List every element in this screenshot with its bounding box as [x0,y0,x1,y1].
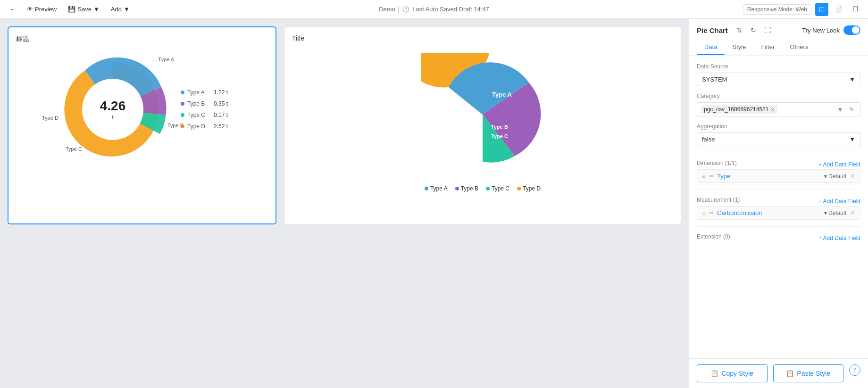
pie-legend-dot-typeC [486,187,490,190]
aggregation-field: Aggregation false ▼ [697,123,860,146]
image-icon-btn[interactable]: ⛶ [762,25,773,36]
responsive-mode-label[interactable]: Responsive Mode: Web [743,4,811,15]
add-label: Add [111,6,122,13]
legend-value-typeA: 1.22 t [214,89,228,96]
divider-3 [697,226,860,227]
data-source-label: Data Source [697,63,860,70]
aggregation-select[interactable]: false ▼ [697,132,860,146]
pie-svg [421,53,544,176]
pie-legend-typeB: Type B [455,185,478,192]
tab-style[interactable]: Style [725,40,753,55]
help-icon[interactable]: ? [849,364,860,376]
legend-item-typeD: Type D 2.52 t [181,123,228,130]
dimension-default[interactable]: ▾ Default [824,173,846,180]
tag-dropdown-btn[interactable]: ▼ [835,105,845,114]
dimension-field-name[interactable]: Type [717,173,820,180]
pie-legend-typeA: Type A [425,185,448,192]
preview-label: Preview [35,6,57,13]
pie-chart-card[interactable]: Title [284,26,681,224]
category-tag-box[interactable]: pgc_csv_1686896214521 ✕ ▼ ✎ [697,102,860,116]
donut-center-label: 4.26 t [100,99,126,121]
extension-add-btn[interactable]: + Add Data Field [818,235,860,241]
panel-title: Pie Chart [697,26,728,34]
desktop-view-button[interactable]: ◫ [815,3,828,16]
topbar-center: Demo | 🕐 Last Auto Saved Draft 14:47 [379,6,489,13]
dimension-remove-btn[interactable]: ✕ [850,173,855,180]
pie-legend-label-typeB: Type B [461,185,478,192]
code-view-button[interactable]: 📄 [832,3,845,16]
donut-container: 4.26 t — Type A Type D — Type B [16,53,268,166]
pie-legend-label-typeA: Type A [430,185,448,192]
refresh-icon-btn[interactable]: ↻ [748,25,759,36]
try-new-look-toggle[interactable] [843,25,860,35]
tab-others[interactable]: Others [782,40,816,55]
pie-legend-typeC: Type C [486,185,509,192]
right-panel: Pie Chart ⇅ ↻ ⛶ Try New Look Data Style … [689,19,868,388]
data-source-select[interactable]: SYSTEM ▼ [697,73,860,86]
paste-style-button[interactable]: 📋 Paste Style [773,364,844,382]
copy-style-label: Copy Style [721,370,753,377]
measurement-remove-btn[interactable]: ✕ [850,209,855,216]
tab-filter[interactable]: Filter [753,40,782,55]
separator: | [398,6,400,13]
pie-legend-dot-typeD [517,187,521,190]
copy-style-icon: 📋 [710,370,718,377]
legend-item-typeA: Type A 1.22 t [181,89,228,96]
dimension-arrow-icon: ⇒ [709,173,713,179]
dimension-field-row: ≡ ⇒ Type ▾ Default ✕ [697,169,860,183]
panel-header: Pie Chart ⇅ ↻ ⛶ Try New Look Data Style … [689,19,868,56]
category-label: Category [697,93,860,99]
topbar-right: Responsive Mode: Web ◫ 📄 ❐ [743,3,862,16]
tab-data[interactable]: Data [697,40,725,55]
legend-value-typeC: 0.17 t [214,112,228,118]
tag-edit-btn[interactable]: ✎ [847,105,856,114]
save-label: Save [77,6,92,13]
aggregation-chevron-icon: ▼ [849,136,855,143]
try-new-look: Try New Look [802,25,860,35]
dimension-label: Dimension (1/1) [697,160,737,166]
dimension-add-btn[interactable]: + Add Data Field [818,161,860,168]
category-tag-close[interactable]: ✕ [770,107,775,113]
measurement-section: Measurement (1) + Add Data Field ≡ ⇒ Car… [697,197,860,220]
pie-legend-typeD: Type D [517,185,541,192]
type-b-float-label: — Type B [161,123,184,128]
copy-style-button[interactable]: 📋 Copy Style [697,364,768,382]
save-dropdown-icon: ▼ [93,6,100,13]
panel-content: Data Source SYSTEM ▼ Category pgc_csv_16… [689,56,868,358]
topbar-left: ← 👁 Preview 💾 Save ▼ Add ▼ [6,4,134,15]
try-new-look-label: Try New Look [802,27,840,34]
save-button[interactable]: 💾 Save ▼ [64,4,103,15]
topbar: ← 👁 Preview 💾 Save ▼ Add ▼ Demo | 🕐 Last… [0,0,868,19]
donut-center-value: 4.26 [100,99,126,114]
type-a-float-label: — Type A [151,57,174,62]
sort-icon-btn[interactable]: ⇅ [734,25,745,36]
app-name: Demo [379,6,395,13]
dimension-section: Dimension (1/1) + Add Data Field ≡ ⇒ Typ… [697,160,860,183]
eye-icon: 👁 [27,6,33,13]
measurement-default[interactable]: ▾ Default [824,210,846,216]
measurement-arrow-icon: ⇒ [709,210,713,216]
panel-title-icons: ⇅ ↻ ⛶ [734,25,773,36]
pie-legend: Type A Type B Type C Type D [425,185,541,192]
save-icon: 💾 [68,6,75,13]
pie-chart-container: Type A Type D Type B Type C Type A [292,46,673,199]
paste-style-icon: 📋 [786,370,794,377]
measurement-label: Measurement (1) [697,197,740,203]
panel-footer: 📋 Copy Style 📋 Paste Style ? [689,358,868,388]
paste-style-label: Paste Style [797,370,830,377]
add-button[interactable]: Add ▼ [107,4,134,15]
extension-section: Extension (0) + Add Data Field [697,233,860,243]
legend-value-typeB: 0.35 t [214,100,228,107]
donut-chart-card[interactable]: 标题 [8,26,276,224]
extension-label: Extension (0) [697,233,730,240]
divider-1 [697,153,860,153]
expand-button[interactable]: ❐ [849,3,862,16]
aggregation-label: Aggregation [697,123,860,130]
legend-label-typeA: Type A [187,89,211,96]
measurement-field-name[interactable]: CarbonEmission [717,209,820,216]
measurement-add-btn[interactable]: + Add Data Field [818,198,860,205]
aggregation-value: false [702,136,715,143]
chevron-down-icon: ▼ [849,76,855,83]
back-button[interactable]: ← [6,4,19,15]
preview-button[interactable]: 👁 Preview [23,4,60,15]
